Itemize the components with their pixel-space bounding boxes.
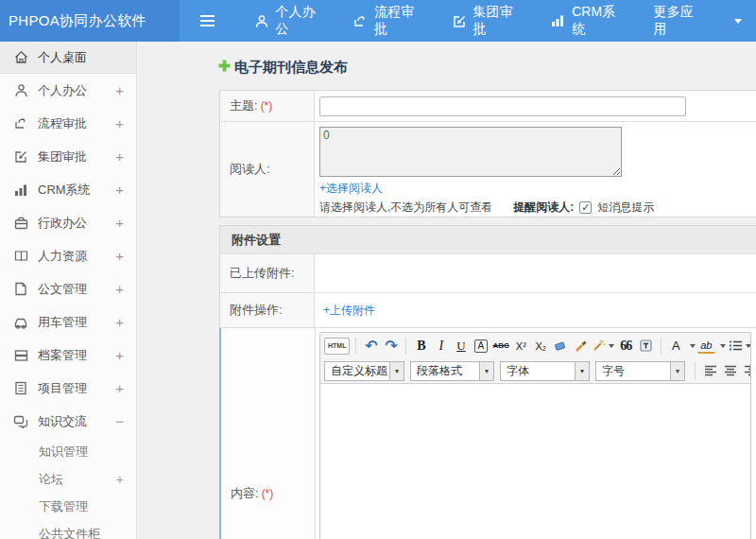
sidebar-item-group-approval[interactable]: 集团审批 + [0, 140, 136, 173]
paste-as-text-icon[interactable] [637, 337, 655, 356]
align-left-icon[interactable] [701, 361, 719, 380]
person-icon [255, 14, 268, 28]
editor-content-area[interactable] [320, 384, 750, 539]
expand-plus-icon[interactable]: + [115, 248, 124, 264]
nav-personal-office[interactable]: 个人办公 [241, 0, 339, 42]
chevron-down-icon: ▾ [670, 362, 684, 380]
align-center-icon[interactable] [721, 361, 739, 380]
car-icon [13, 315, 28, 330]
hamburger-menu-icon[interactable] [200, 0, 218, 42]
sidebar-subitem-forum[interactable]: 论坛 + [0, 465, 136, 493]
align-right-icon[interactable] [741, 361, 750, 380]
sidebar-item-knowledge-exchange[interactable]: 知识交流 − [0, 405, 136, 438]
italic-button[interactable]: I [432, 337, 450, 356]
sidebar-item-workflow-approval[interactable]: 流程审批 + [0, 107, 136, 140]
chevron-down-icon: ▾ [575, 362, 589, 380]
caret-down-icon[interactable] [690, 344, 696, 348]
chat-icon [13, 414, 28, 429]
nav-crm-system[interactable]: CRM系统 [537, 0, 639, 42]
html-source-button[interactable]: HTML [324, 338, 350, 355]
nav-more-apps[interactable]: 更多应用 [639, 0, 718, 42]
nav-group-approval[interactable]: 集团审批 [438, 0, 538, 42]
sidebar-subitem-download-mgmt[interactable]: 下载管理 [0, 493, 136, 520]
sidebar-item-desktop[interactable]: 个人桌面 [0, 42, 136, 74]
upload-attachment-link[interactable]: +上传附件 [323, 303, 375, 319]
subject-input[interactable] [319, 96, 686, 116]
superscript-button[interactable]: X² [512, 337, 530, 356]
sidebar-item-project-mgmt[interactable]: 项目管理 + [0, 372, 136, 405]
sidebar: 个人桌面 个人办公 + 流程审批 + 集团审批 + [0, 42, 137, 539]
expand-plus-icon[interactable]: + [115, 215, 124, 231]
required-mark: (*) [261, 99, 273, 113]
uploaded-attachments-value [315, 254, 756, 292]
sidebar-subitem-knowledge-mgmt[interactable]: 知识管理 [0, 438, 136, 465]
font-border-button[interactable]: A [474, 339, 488, 353]
ordered-list-icon[interactable] [728, 337, 750, 356]
sms-checkbox[interactable]: ✓ [579, 201, 592, 214]
sidebar-item-personal-office[interactable]: 个人办公 + [0, 74, 136, 107]
project-icon [13, 381, 28, 396]
rich-text-editor: HTML ↶ ↷ B I U A ABC X² X₂ [319, 332, 751, 539]
sidebar-item-crm[interactable]: CRM系统 + [0, 173, 136, 206]
format-brush-icon[interactable] [572, 337, 590, 356]
expand-plus-icon[interactable]: + [115, 380, 124, 396]
chart-icon [13, 183, 28, 198]
bold-button[interactable]: B [412, 337, 430, 356]
share-icon [353, 14, 368, 28]
font-family-dropdown[interactable]: 字体 ▾ [500, 361, 590, 381]
person-icon [13, 83, 28, 98]
chevron-down-icon: ▾ [389, 362, 404, 380]
redo-icon[interactable]: ↷ [382, 337, 400, 356]
editor-toolbar-row2: 自定义标题 ▾ 段落格式 ▾ 字体 ▾ [320, 358, 750, 384]
sidebar-item-vehicle-mgmt[interactable]: 用车管理 + [0, 305, 136, 339]
sidebar-item-admin-office[interactable]: 行政办公 + [0, 206, 136, 239]
content-label: 内容: [231, 485, 259, 502]
expand-plus-icon[interactable]: + [116, 472, 124, 487]
edit-icon [13, 149, 28, 165]
book-icon [13, 249, 28, 264]
document-icon [13, 282, 28, 297]
attachments-section-title: 附件设置 [220, 226, 756, 253]
caret-down-icon [609, 344, 614, 348]
autoformat-wand-icon[interactable] [592, 337, 615, 356]
sidebar-subitem-public-cabinet[interactable]: 公共文件柜 [0, 520, 136, 539]
nav-more-dropdown[interactable] [718, 0, 756, 42]
collapse-minus-icon[interactable]: − [115, 413, 124, 429]
expand-plus-icon[interactable]: + [115, 82, 124, 98]
strikethrough-button[interactable]: ABC [491, 337, 509, 356]
content-row: 内容: (*) HTML ↶ ↷ B I [219, 328, 756, 539]
readers-label: 阅读人: [230, 161, 270, 178]
undo-icon[interactable]: ↶ [362, 337, 380, 356]
subject-row: 主题: (*) [220, 91, 756, 122]
app-logo: PHPOA协同办公软件 [0, 0, 180, 42]
font-size-dropdown[interactable]: 字号 ▾ [595, 361, 685, 381]
green-plus-icon [217, 59, 232, 76]
sidebar-item-document-mgmt[interactable]: 公文管理 + [0, 272, 136, 305]
readers-row: 阅读人: 0 +选择阅读人 请选择阅读人,不选为所有人可查看 提醒阅读人: ✓ … [220, 122, 756, 217]
attachment-operation-label: 附件操作: [230, 302, 283, 319]
blockquote-button[interactable]: 66 [617, 337, 635, 356]
expand-plus-icon[interactable]: + [115, 314, 124, 330]
expand-plus-icon[interactable]: + [115, 182, 124, 198]
top-navigation: 个人办公 流程审批 集团审批 CRM系统 更多应用 [241, 0, 756, 42]
paragraph-format-dropdown[interactable]: 段落格式 ▾ [410, 361, 494, 381]
eraser-icon[interactable] [552, 337, 570, 356]
nav-workflow-approval[interactable]: 流程审批 [339, 0, 438, 42]
highlight-color-button[interactable]: ab [697, 339, 715, 354]
custom-heading-dropdown[interactable]: 自定义标题 ▾ [324, 361, 404, 381]
attachments-section-header: 附件设置 [220, 226, 756, 254]
remind-readers-label: 提醒阅读人: [513, 200, 574, 216]
expand-plus-icon[interactable]: + [115, 347, 124, 363]
expand-plus-icon[interactable]: + [115, 115, 124, 131]
caret-down-icon[interactable] [720, 344, 726, 348]
attachment-operation-row: 附件操作: +上传附件 [220, 293, 756, 328]
subscript-button[interactable]: X₂ [532, 337, 550, 356]
select-readers-link[interactable]: +选择阅读人 [319, 181, 383, 197]
sidebar-item-hr[interactable]: 人力资源 + [0, 239, 136, 272]
sidebar-item-archive-mgmt[interactable]: 档案管理 + [0, 339, 136, 372]
expand-plus-icon[interactable]: + [115, 148, 124, 165]
expand-plus-icon[interactable]: + [115, 281, 124, 297]
underline-button[interactable]: U [452, 337, 470, 356]
font-color-button[interactable]: A [667, 337, 685, 356]
readers-textarea[interactable]: 0 [319, 127, 622, 177]
